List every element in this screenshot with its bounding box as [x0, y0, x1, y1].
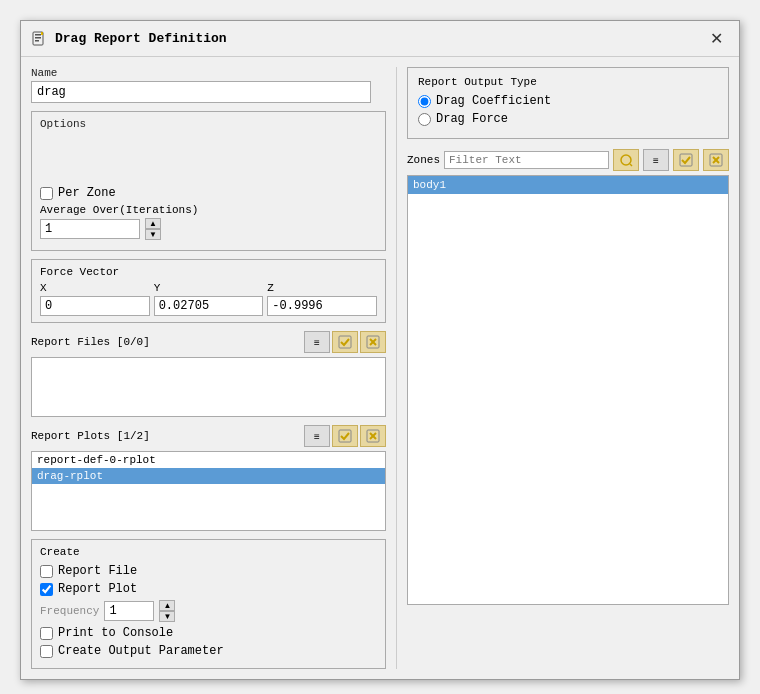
report-files-btns: ≡ [304, 331, 386, 353]
plot-item-0[interactable]: report-def-0-rplot [32, 452, 385, 468]
dialog-body: Name Options Per Zone Average Over(Itera… [21, 57, 739, 679]
title-bar-left: Drag Report Definition [31, 31, 227, 47]
files-x-btn[interactable] [360, 331, 386, 353]
options-section: Options Per Zone Average Over(Iterations… [31, 111, 386, 251]
print-console-label: Print to Console [58, 626, 173, 640]
report-plots-header: Report Plots [1/2] ≡ [31, 425, 386, 447]
force-x-input[interactable] [40, 296, 150, 316]
zones-list[interactable]: body1 [407, 175, 729, 605]
avg-input[interactable] [40, 219, 140, 239]
output-type-section: Report Output Type Drag Coefficient Drag… [407, 67, 729, 139]
print-console-row: Print to Console [40, 626, 377, 640]
report-files-list [31, 357, 386, 417]
avg-down-btn[interactable]: ▼ [145, 229, 161, 240]
drag-report-dialog: Drag Report Definition ✕ Name Options Pe… [20, 20, 740, 680]
report-file-row: Report File [40, 564, 377, 578]
print-console-checkbox[interactable] [40, 627, 53, 640]
per-zone-checkbox[interactable] [40, 187, 53, 200]
plots-check-icon [338, 429, 352, 443]
drag-force-label: Drag Force [436, 112, 508, 126]
files-check-icon [338, 335, 352, 349]
report-plot-checkbox[interactable] [40, 583, 53, 596]
svg-line-15 [630, 164, 632, 166]
options-listbox [40, 136, 377, 186]
freq-up-btn[interactable]: ▲ [159, 600, 175, 611]
force-y-input[interactable] [154, 296, 264, 316]
svg-rect-3 [35, 40, 39, 42]
drag-force-radio[interactable] [418, 113, 431, 126]
svg-rect-10 [339, 430, 351, 442]
avg-up-btn[interactable]: ▲ [145, 218, 161, 229]
force-x-col: X [40, 282, 150, 316]
svg-point-14 [621, 155, 631, 165]
freq-spinner: ▲ ▼ [159, 600, 175, 622]
force-vector-section: Force Vector X Y Z [31, 259, 386, 323]
per-zone-row: Per Zone [40, 186, 377, 200]
zone-item-0[interactable]: body1 [408, 176, 728, 194]
drag-coeff-label: Drag Coefficient [436, 94, 551, 108]
name-input[interactable] [31, 81, 371, 103]
force-vector-title: Force Vector [40, 266, 377, 278]
avg-spinner: ▲ ▼ [145, 218, 161, 240]
per-zone-label: Per Zone [58, 186, 116, 200]
create-title: Create [40, 546, 377, 558]
output-type-title: Report Output Type [418, 76, 718, 88]
force-y-col: Y [154, 282, 264, 316]
report-plots-btns: ≡ [304, 425, 386, 447]
dialog-title: Drag Report Definition [55, 31, 227, 46]
output-param-row: Create Output Parameter [40, 644, 377, 658]
svg-rect-1 [35, 34, 41, 36]
left-panel: Name Options Per Zone Average Over(Itera… [31, 67, 386, 669]
svg-rect-2 [35, 37, 41, 39]
force-x-label: X [40, 282, 150, 294]
frequency-label: Frequency [40, 605, 99, 617]
zones-x-btn[interactable] [703, 149, 729, 171]
svg-rect-6 [339, 336, 351, 348]
zones-label: Zones [407, 154, 440, 166]
options-title: Options [40, 118, 377, 130]
title-bar: Drag Report Definition ✕ [21, 21, 739, 57]
report-plot-label: Report Plot [58, 582, 137, 596]
report-plots-list[interactable]: report-def-0-rplot drag-rplot [31, 451, 386, 531]
report-plots-title: Report Plots [1/2] [31, 430, 150, 442]
svg-rect-16 [680, 154, 692, 166]
plots-x-btn[interactable] [360, 425, 386, 447]
zones-filter-input[interactable] [444, 151, 609, 169]
zones-filter-icon [619, 153, 633, 167]
close-button[interactable]: ✕ [704, 27, 729, 50]
zones-x-icon [709, 153, 723, 167]
report-files-title: Report Files [0/0] [31, 336, 150, 348]
plots-all-btn[interactable]: ≡ [304, 425, 330, 447]
freq-down-btn[interactable]: ▼ [159, 611, 175, 622]
create-section: Create Report File Report Plot Frequency… [31, 539, 386, 669]
plots-check-btn[interactable] [332, 425, 358, 447]
frequency-input[interactable] [104, 601, 154, 621]
drag-coeff-radio[interactable] [418, 95, 431, 108]
zones-filter-btn[interactable] [613, 149, 639, 171]
files-all-btn[interactable]: ≡ [304, 331, 330, 353]
frequency-row: Frequency ▲ ▼ [40, 600, 377, 622]
force-z-label: Z [267, 282, 377, 294]
zones-check-icon [679, 153, 693, 167]
output-param-label: Create Output Parameter [58, 644, 224, 658]
report-files-header: Report Files [0/0] ≡ [31, 331, 386, 353]
report-plot-row: Report Plot [40, 582, 377, 596]
report-icon [31, 31, 47, 47]
name-field-row: Name [31, 67, 386, 103]
force-z-input[interactable] [267, 296, 377, 316]
drag-coeff-row: Drag Coefficient [418, 94, 718, 108]
output-param-checkbox[interactable] [40, 645, 53, 658]
avg-label: Average Over(Iterations) [40, 204, 377, 216]
report-file-checkbox[interactable] [40, 565, 53, 578]
files-check-btn[interactable] [332, 331, 358, 353]
report-file-label: Report File [58, 564, 137, 578]
plot-item-1[interactable]: drag-rplot [32, 468, 385, 484]
force-cols: X Y Z [40, 282, 377, 316]
drag-force-row: Drag Force [418, 112, 718, 126]
force-y-label: Y [154, 282, 264, 294]
zones-all-btn[interactable]: ≡ [643, 149, 669, 171]
zones-header: Zones ≡ [407, 149, 729, 171]
right-panel: Report Output Type Drag Coefficient Drag… [396, 67, 729, 669]
zones-check-btn[interactable] [673, 149, 699, 171]
avg-row: ▲ ▼ [40, 218, 377, 240]
